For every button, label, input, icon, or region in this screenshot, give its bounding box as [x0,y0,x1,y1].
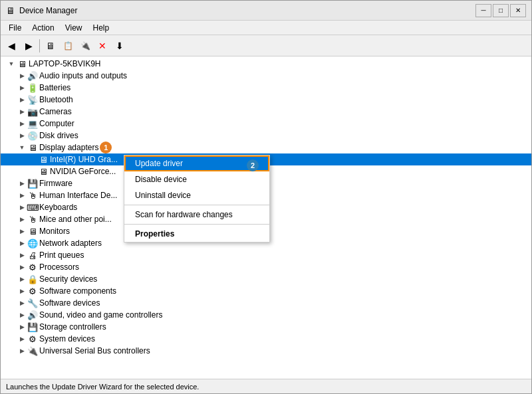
expand-icon-monitors[interactable]: ▶ [17,226,27,237]
sound-icon: 🔊 [27,310,38,320]
menu-help[interactable]: Help [88,22,115,34]
expand-icon-sw-devices[interactable]: ▶ [17,298,27,308]
tree-item-disk[interactable]: ▶ 💿 Disk drives [1,130,531,142]
expand-icon-disk[interactable]: ▶ [17,130,27,141]
expand-icon-firmware[interactable]: ▶ [17,178,27,189]
print-icon: 🖨 [27,250,38,260]
root-label: LAPTOP-5KBVIK9H [29,59,101,68]
tree-view[interactable]: ▼ 🖥 LAPTOP-5KBVIK9H ▶ 🔊 Audio inputs and… [1,56,531,379]
batteries-icon: 🔋 [27,82,38,93]
tree-item-sw-devices[interactable]: ▶ 🔧 Software devices [1,297,531,309]
system-label: System devices [39,334,95,344]
tree-item-processors[interactable]: ▶ ⚙ Processors [1,261,531,273]
audio-label: Audio inputs and outputs [39,71,127,80]
expand-icon-sound[interactable]: ▶ [17,310,27,320]
minimize-button[interactable]: ─ [475,4,491,17]
toolbar-forward-button[interactable]: ▶ [21,38,37,54]
tree-item-cameras[interactable]: ▶ 📷 Cameras [1,106,531,118]
tree-item-computer[interactable]: ▶ 💻 Computer [1,118,531,130]
hid-icon: 🖱 [27,190,38,201]
tree-item-sound[interactable]: ▶ 🔊 Sound, video and game controllers [1,309,531,321]
title-controls: ─ □ ✕ [475,4,526,17]
expand-icon-root[interactable]: ▼ [6,58,17,69]
storage-icon: 💾 [27,322,38,332]
monitors-label: Monitors [39,227,70,236]
menu-view[interactable]: View [60,22,88,34]
device-manager-window: 🖥 Device Manager ─ □ ✕ File Action View … [0,0,532,394]
expand-icon-mice[interactable]: ▶ [17,214,27,225]
tree-item-audio[interactable]: ▶ 🔊 Audio inputs and outputs [1,70,531,82]
menu-action[interactable]: Action [27,22,59,34]
badge-1: 1 [100,142,112,153]
context-menu: Update driver 2 Disable device Uninstall… [124,155,270,243]
mice-icon: 🖱 [27,214,38,225]
hid-label: Human Interface De... [39,191,117,200]
tree-root[interactable]: ▼ 🖥 LAPTOP-5KBVIK9H [1,58,531,70]
toolbar-uninstall-button[interactable]: ✕ [94,38,110,54]
expand-icon-network[interactable]: ▶ [17,238,27,248]
expand-icon-usb[interactable]: ▶ [17,345,27,356]
title-bar: 🖥 Device Manager ─ □ ✕ [1,1,531,21]
expand-icon-sw-components[interactable]: ▶ [17,286,27,296]
menu-bar: File Action View Help [1,21,531,35]
bluetooth-label: Bluetooth [39,95,73,104]
expand-icon-audio[interactable]: ▶ [17,70,27,81]
network-label: Network adapters [39,239,102,248]
system-icon: ⚙ [27,334,38,344]
firmware-label: Firmware [39,179,72,188]
tree-item-print[interactable]: ▶ 🖨 Print queues [1,249,531,261]
toolbar-driver-button[interactable]: 🔌 [77,38,93,54]
toolbar-computer-button[interactable]: 🖥 [43,38,59,54]
tree-item-batteries[interactable]: ▶ 🔋 Batteries [1,82,531,94]
ctx-uninstall-device[interactable]: Uninstall device [124,187,269,203]
ctx-disable-device[interactable]: Disable device [124,171,269,187]
expand-icon-display[interactable]: ▼ [17,142,27,153]
tree-item-system[interactable]: ▶ ⚙ System devices [1,333,531,345]
tree-item-storage[interactable]: ▶ 💾 Storage controllers [1,321,531,333]
tree-item-display[interactable]: ▼ 🖥 Display adapters 1 [1,142,531,153]
expand-icon-bluetooth[interactable]: ▶ [17,94,27,105]
tree-item-bluetooth[interactable]: ▶ 📡 Bluetooth [1,94,531,106]
disk-icon: 💿 [27,130,38,141]
intel-icon: 🖥 [38,154,49,165]
expand-icon-processors[interactable]: ▶ [17,262,27,272]
display-icon: 🖥 [27,142,38,153]
expand-icon-cameras[interactable]: ▶ [17,106,27,117]
ctx-update-driver[interactable]: Update driver 2 [124,155,269,171]
close-button[interactable]: ✕ [510,4,526,17]
expand-icon-hid[interactable]: ▶ [17,190,27,201]
intel-label: Intel(R) UHD Gra... [50,155,118,164]
disk-label: Disk drives [39,131,78,140]
security-icon: 🔒 [27,274,38,284]
toolbar: ◀ ▶ 🖥 📋 🔌 ✕ ⬇ [1,35,531,56]
tree-item-usb[interactable]: ▶ 🔌 Universal Serial Bus controllers [1,345,531,357]
ctx-separator-1 [124,205,269,205]
expand-icon-security[interactable]: ▶ [17,274,27,284]
cameras-icon: 📷 [27,106,38,117]
toolbar-scan-button[interactable]: ⬇ [112,38,128,54]
toolbar-back-button[interactable]: ◀ [3,38,19,54]
expand-icon-system[interactable]: ▶ [17,334,27,344]
menu-file[interactable]: File [3,22,27,34]
sw-components-label: Software components [39,286,116,296]
tree-item-sw-components[interactable]: ▶ ⚙ Software components [1,285,531,297]
processors-icon: ⚙ [27,262,38,272]
toolbar-properties-button[interactable]: 📋 [60,38,76,54]
sw-components-icon: ⚙ [27,286,38,296]
sw-devices-label: Software devices [39,298,100,308]
usb-label: Universal Serial Bus controllers [39,346,150,355]
display-label: Display adapters 1 [39,142,112,153]
status-bar: Launches the Update Driver Wizard for th… [1,379,531,393]
mice-label: Mice and other poi... [39,215,112,224]
expand-icon-computer[interactable]: ▶ [17,118,27,129]
ctx-properties[interactable]: Properties [124,226,269,242]
computer-icon: 💻 [27,118,38,129]
maximize-button[interactable]: □ [493,4,509,17]
ctx-scan-hardware[interactable]: Scan for hardware changes [124,207,269,223]
batteries-label: Batteries [39,83,70,92]
tree-item-security[interactable]: ▶ 🔒 Security devices [1,273,531,285]
expand-icon-print[interactable]: ▶ [17,250,27,260]
expand-icon-storage[interactable]: ▶ [17,322,27,332]
network-icon: 🌐 [27,238,38,248]
expand-icon-batteries[interactable]: ▶ [17,82,27,93]
